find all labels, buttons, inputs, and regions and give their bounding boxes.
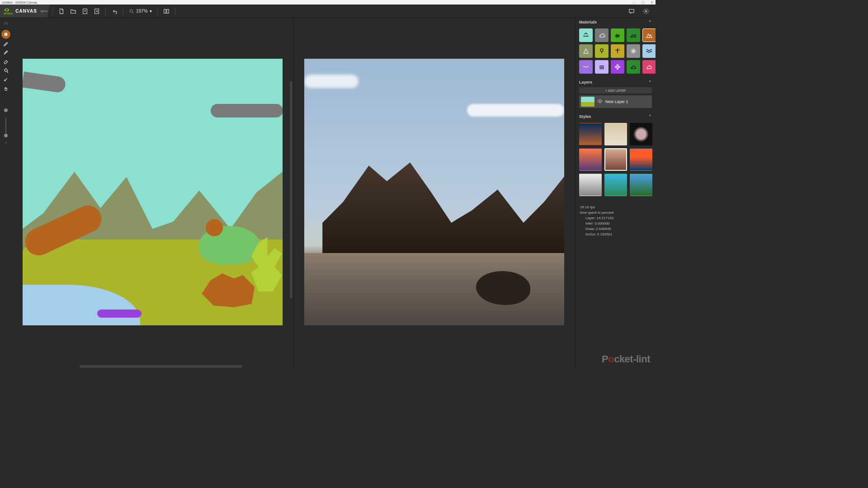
- tool-pencil[interactable]: [1, 39, 10, 48]
- tool-eyedropper[interactable]: [1, 75, 10, 84]
- material-water[interactable]: [642, 44, 656, 58]
- workspace: [12, 18, 575, 369]
- svg-point-12: [5, 23, 6, 24]
- svg-point-13: [7, 23, 8, 24]
- stat-row: Infer: 0.000000: [580, 221, 651, 226]
- undo-button[interactable]: [108, 5, 120, 17]
- styles-header[interactable]: Styles ⌃: [576, 113, 656, 121]
- brush-size-slider[interactable]: [5, 117, 6, 136]
- layer-thumbnail: [581, 97, 594, 107]
- style-clouds[interactable]: [604, 123, 627, 145]
- save-file-button[interactable]: [79, 5, 91, 17]
- style-sunset[interactable]: [579, 148, 602, 171]
- material-sea[interactable]: [579, 60, 593, 74]
- beta-label: BETA: [41, 10, 47, 13]
- open-file-button[interactable]: [67, 5, 79, 17]
- close-button[interactable]: ✕: [651, 0, 654, 5]
- app-logo-tab: NVIDIA CANVAS BETA: [0, 5, 50, 18]
- style-tropical[interactable]: [604, 174, 627, 196]
- app-name: CANVAS: [15, 9, 37, 14]
- svg-point-3: [130, 9, 132, 12]
- material-tree[interactable]: [595, 44, 609, 58]
- brush-preview: [4, 108, 8, 112]
- tool-strip: [0, 18, 12, 143]
- layer-name: New Layer 1: [605, 99, 628, 104]
- layer-row[interactable]: New Layer 1: [579, 95, 652, 108]
- render-canvas: [304, 59, 564, 325]
- svg-point-15: [600, 49, 603, 52]
- material-cloud[interactable]: [595, 28, 609, 42]
- materials-header[interactable]: Materials ⌃: [576, 18, 656, 26]
- svg-point-16: [617, 66, 618, 68]
- svg-rect-6: [629, 9, 634, 12]
- svg-point-10: [7, 22, 8, 23]
- maximize-button[interactable]: ▢: [642, 0, 645, 5]
- stats-block: 29.16 fps time spent in percent Layer: 1…: [576, 198, 656, 244]
- material-snow[interactable]: [627, 44, 640, 58]
- svg-point-17: [617, 65, 618, 66]
- styles-grid: [576, 121, 656, 198]
- material-fog[interactable]: [595, 60, 609, 74]
- material-grass[interactable]: [611, 28, 624, 42]
- materials-title: Materials: [579, 20, 597, 24]
- svg-point-8: [4, 22, 5, 23]
- window-titlebar: Untitled - NVIDIA Canvas — ▢ ✕: [0, 0, 656, 5]
- svg-point-20: [619, 66, 620, 68]
- split-view-button[interactable]: [160, 5, 172, 17]
- minimize-button[interactable]: —: [632, 0, 636, 5]
- style-cave[interactable]: [630, 123, 652, 145]
- new-file-button[interactable]: [56, 5, 67, 17]
- zoom-value: 197%: [136, 9, 148, 14]
- material-palm[interactable]: [611, 44, 624, 58]
- svg-point-19: [615, 66, 617, 68]
- export-button[interactable]: [91, 5, 103, 17]
- svg-rect-5: [166, 9, 168, 13]
- styles-title: Styles: [579, 114, 591, 119]
- svg-point-0: [6, 9, 8, 11]
- sketch-scroll-v[interactable]: [290, 81, 292, 298]
- feedback-button[interactable]: [626, 5, 637, 17]
- sketch-scroll-h[interactable]: [80, 365, 242, 368]
- stat-row: Layer: 14.217163: [580, 216, 651, 221]
- svg-point-18: [617, 68, 618, 70]
- tool-pan[interactable]: [1, 84, 10, 93]
- material-bush[interactable]: [627, 60, 640, 74]
- settings-button[interactable]: [640, 5, 652, 17]
- layers-header[interactable]: Layers ⌃: [576, 78, 656, 86]
- material-sand[interactable]: [579, 44, 593, 58]
- sketch-pane: [12, 18, 294, 369]
- chevron-up-icon: ⌃: [648, 114, 652, 119]
- chevron-up-icon: ⌃: [648, 80, 652, 84]
- material-rock[interactable]: [642, 60, 656, 74]
- fps-readout: 29.16 fps: [580, 205, 651, 210]
- brush-min-indicator: [5, 142, 7, 143]
- chevron-up-icon: ⌃: [648, 20, 652, 24]
- render-pane: [294, 18, 576, 369]
- zoom-control[interactable]: 197% ▾: [126, 9, 155, 14]
- material-hill[interactable]: [627, 28, 640, 42]
- window-controls: — ▢ ✕: [632, 0, 654, 5]
- style-bw-mtn[interactable]: [579, 174, 602, 196]
- sketch-canvas[interactable]: [23, 59, 283, 325]
- style-alpine[interactable]: [630, 174, 652, 196]
- tool-brush[interactable]: [1, 48, 10, 57]
- tool-material-brush[interactable]: [1, 30, 10, 39]
- style-night-desert[interactable]: [579, 123, 602, 145]
- stat-row: ImGui: 0.183561: [580, 232, 651, 237]
- svg-rect-4: [164, 9, 165, 13]
- visibility-icon[interactable]: [597, 98, 603, 106]
- chevron-down-icon: ▾: [150, 9, 152, 14]
- material-flower[interactable]: [611, 60, 624, 74]
- nvidia-eye-icon: [4, 8, 10, 12]
- style-peak[interactable]: [604, 148, 627, 171]
- svg-point-14: [4, 33, 8, 36]
- materials-grid: [576, 26, 656, 78]
- material-sky[interactable]: [579, 28, 593, 42]
- window-title: Untitled - NVIDIA Canvas: [2, 1, 38, 4]
- add-layer-button[interactable]: + ADD LAYER: [579, 87, 652, 94]
- brand-small: NVIDIA: [4, 12, 13, 15]
- style-ocean-dusk[interactable]: [630, 148, 652, 171]
- tool-fill[interactable]: [1, 66, 10, 75]
- material-mountain[interactable]: [642, 28, 656, 42]
- tool-eraser[interactable]: [1, 57, 10, 66]
